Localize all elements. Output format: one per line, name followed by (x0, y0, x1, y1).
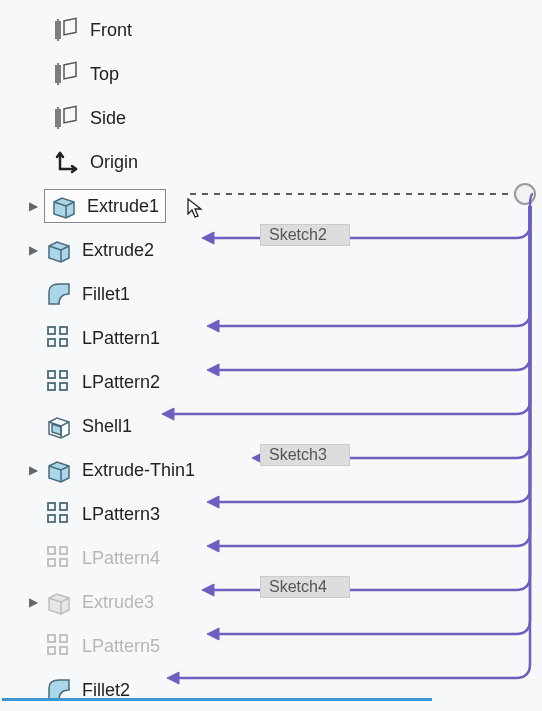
expander-icon[interactable]: ▶ (29, 595, 38, 609)
svg-rect-22 (60, 647, 67, 654)
svg-rect-9 (48, 383, 55, 390)
extrude-icon (49, 191, 79, 221)
svg-rect-2 (64, 106, 76, 123)
pattern-icon (44, 367, 74, 397)
svg-rect-21 (48, 647, 55, 654)
svg-rect-4 (60, 327, 67, 334)
svg-rect-15 (48, 547, 55, 554)
svg-rect-5 (48, 339, 55, 346)
plane-icon (52, 15, 82, 45)
svg-rect-6 (60, 339, 67, 346)
tree-item-label: Side (90, 108, 126, 129)
svg-rect-18 (60, 559, 67, 566)
svg-rect-13 (48, 515, 55, 522)
tree-item-label: LPattern2 (82, 372, 160, 393)
expander-icon[interactable]: ▶ (29, 463, 38, 477)
tree-item-feature[interactable]: LPattern2 (22, 360, 430, 404)
tree-item-plane-front[interactable]: Front (22, 8, 430, 52)
tree-item-label: LPattern1 (82, 328, 160, 349)
pattern-icon (44, 323, 74, 353)
extrude-icon (44, 235, 74, 265)
tree-item-label: Extrude1 (87, 196, 159, 217)
tree-item-label: Front (90, 20, 132, 41)
tree-item-label: Fillet1 (82, 284, 130, 305)
svg-rect-14 (60, 515, 67, 522)
extrude-icon (44, 587, 74, 617)
tree-item-label: Shell1 (82, 416, 132, 437)
tree-item-feature[interactable]: ▶Extrude2 (22, 228, 430, 272)
plane-icon (52, 103, 82, 133)
tree-item-plane-side[interactable]: Side (22, 96, 430, 140)
fillet-icon (44, 279, 74, 309)
tree-item-feature[interactable]: Fillet2 (22, 668, 430, 711)
plane-icon (52, 59, 82, 89)
svg-rect-8 (60, 371, 67, 378)
tree-item-label: Extrude2 (82, 240, 154, 261)
tree-item-label: Top (90, 64, 119, 85)
svg-rect-20 (60, 635, 67, 642)
tree-item-label: Extrude-Thin1 (82, 460, 195, 481)
tree-item-plane-top[interactable]: Top (22, 52, 430, 96)
svg-rect-0 (64, 18, 76, 35)
pattern-icon (44, 631, 74, 661)
tree-item-origin[interactable]: Origin (22, 140, 430, 184)
tree-item-feature[interactable]: LPattern3 (22, 492, 430, 536)
svg-point-23 (515, 184, 535, 204)
tree-item-feature[interactable]: ▶Extrude1 (22, 184, 430, 228)
expander-icon[interactable]: ▶ (29, 199, 38, 213)
tree-item-label: Extrude3 (82, 592, 154, 613)
tree-item-feature[interactable]: ▶Extrude-Thin1 (22, 448, 430, 492)
feature-tree-panel: Front Top Side Origin ▶Extrude1▶Extrude (0, 0, 542, 711)
tree-item-feature[interactable]: ▶Extrude3 (22, 580, 430, 624)
pattern-icon (44, 543, 74, 573)
tree-item-label: LPattern5 (82, 636, 160, 657)
svg-rect-7 (48, 371, 55, 378)
tree-item-feature[interactable]: Shell1 (22, 404, 430, 448)
tree-item-feature[interactable]: Fillet1 (22, 272, 430, 316)
extrude-icon (44, 455, 74, 485)
shell-icon (44, 411, 74, 441)
svg-rect-3 (48, 327, 55, 334)
pattern-icon (44, 499, 74, 529)
expander-icon[interactable]: ▶ (29, 243, 38, 257)
selection-box: Extrude1 (44, 189, 166, 223)
tree-item-label: LPattern3 (82, 504, 160, 525)
svg-rect-1 (64, 62, 76, 79)
tree-item-label: Origin (90, 152, 138, 173)
feature-tree: Front Top Side Origin ▶Extrude1▶Extrude (0, 0, 430, 711)
tree-item-label: LPattern4 (82, 548, 160, 569)
svg-rect-10 (60, 383, 67, 390)
svg-rect-19 (48, 635, 55, 642)
svg-rect-12 (60, 503, 67, 510)
svg-rect-17 (48, 559, 55, 566)
origin-icon (52, 147, 82, 177)
tree-item-feature[interactable]: LPattern4 (22, 536, 430, 580)
tree-item-feature[interactable]: LPattern1 (22, 316, 430, 360)
svg-rect-16 (60, 547, 67, 554)
tree-item-feature[interactable]: LPattern5 (22, 624, 430, 668)
svg-rect-11 (48, 503, 55, 510)
rollback-bar[interactable] (2, 698, 432, 701)
